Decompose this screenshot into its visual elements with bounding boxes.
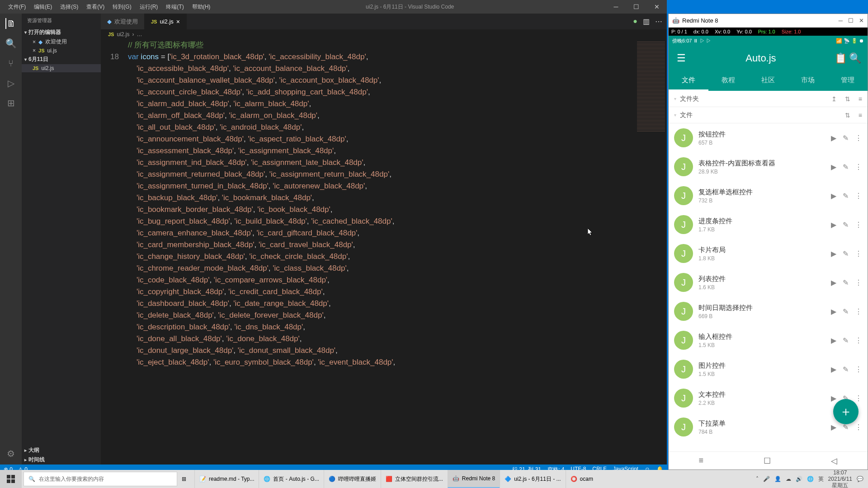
home-button[interactable]: ☐ bbox=[764, 456, 771, 466]
menu-item[interactable]: 编辑(E) bbox=[30, 1, 56, 13]
menu-item[interactable]: 运行(R) bbox=[136, 1, 162, 13]
play-icon[interactable]: ▶ bbox=[831, 163, 836, 171]
back-button[interactable]: ◁ bbox=[831, 456, 837, 466]
tray-chevron-icon[interactable]: ˄ bbox=[756, 476, 759, 482]
extensions-icon[interactable]: ⊞ bbox=[5, 98, 16, 108]
taskbar-app[interactable]: 🌐首页 - Auto.js - G... bbox=[259, 470, 323, 488]
file-item[interactable]: J列表控件1.6 KB▶✎⋮ bbox=[669, 268, 868, 297]
minimize-button[interactable]: ─ bbox=[839, 17, 843, 24]
edit-icon[interactable]: ✎ bbox=[843, 278, 849, 287]
open-editor-uijs[interactable]: ×JSui.js bbox=[22, 47, 101, 55]
menu-item[interactable]: 选择(S) bbox=[57, 1, 82, 13]
tab-ui2js[interactable]: JSui2.js× bbox=[145, 14, 187, 29]
timeline-section[interactable]: ▸时间线 bbox=[22, 455, 101, 465]
close-icon[interactable]: × bbox=[33, 39, 36, 45]
fab-add-button[interactable]: ＋ bbox=[833, 399, 859, 424]
explorer-icon[interactable]: 🗎 bbox=[5, 18, 16, 29]
minimize-button[interactable]: ─ bbox=[606, 0, 626, 14]
play-icon[interactable]: ▶ bbox=[831, 249, 836, 258]
hamburger-icon[interactable]: ☰ bbox=[674, 52, 689, 64]
play-icon[interactable]: ▶ bbox=[831, 336, 836, 345]
mic-icon[interactable]: 🎤 bbox=[763, 476, 770, 482]
sort-icon[interactable]: ⇅ bbox=[845, 95, 850, 103]
ime-icon[interactable]: 英 bbox=[818, 475, 824, 483]
menu-item[interactable]: 文件(F) bbox=[5, 1, 29, 13]
network-icon[interactable]: 🌐 bbox=[807, 476, 814, 482]
people-icon[interactable]: 👤 bbox=[774, 476, 781, 482]
edit-icon[interactable]: ✎ bbox=[843, 192, 849, 200]
taskbar-search[interactable]: 🔍 在这里输入你要搜索的内容 bbox=[24, 472, 177, 486]
more-icon[interactable]: ⋯ bbox=[655, 17, 662, 26]
sort-asc-icon[interactable]: ↥ bbox=[831, 95, 837, 103]
more-icon[interactable]: ⋮ bbox=[855, 336, 862, 345]
phone-screen[interactable]: 傍晚6:07 ⏸ ▷ ▷ 📶 📡 🔋 ⏺ ☰ Auto.js 📋 🔍 文件教程社… bbox=[669, 36, 868, 469]
play-icon[interactable]: ▶ bbox=[831, 365, 836, 374]
taskbar-app[interactable]: 🔵哔哩哔哩直播姬 bbox=[324, 470, 381, 488]
play-icon[interactable]: ▶ bbox=[831, 134, 836, 142]
code-editor[interactable]: 18 // 所有可选图标有哪些 var icons = ['ic_3d_rota… bbox=[101, 39, 667, 465]
search-icon[interactable]: 🔍 bbox=[848, 52, 862, 64]
more-icon[interactable]: ⋮ bbox=[855, 394, 862, 403]
onedrive-icon[interactable]: ☁ bbox=[786, 476, 791, 482]
file-list[interactable]: J按钮控件657 B▶✎⋮J表格控件-内置图标查看器28.9 KB▶✎⋮J复选框… bbox=[669, 123, 868, 451]
clipboard-icon[interactable]: 📋 bbox=[833, 52, 848, 64]
edit-icon[interactable]: ✎ bbox=[843, 307, 849, 316]
taskbar-app[interactable]: 🤖Redmi Note 8 bbox=[448, 470, 500, 488]
task-view-button[interactable]: ⊞ bbox=[177, 470, 191, 488]
run-icon[interactable]: ● bbox=[633, 17, 637, 26]
play-icon[interactable]: ▶ bbox=[831, 221, 836, 229]
edit-icon[interactable]: ✎ bbox=[843, 134, 849, 142]
maximize-button[interactable]: ☐ bbox=[848, 17, 854, 24]
autojs-tab[interactable]: 市场 bbox=[788, 71, 828, 91]
file-item[interactable]: J卡片布局1.8 KB▶✎⋮ bbox=[669, 239, 868, 268]
recents-button[interactable]: ≡ bbox=[699, 456, 704, 465]
close-button[interactable]: ✕ bbox=[646, 0, 667, 14]
more-icon[interactable]: ⋮ bbox=[855, 423, 862, 432]
close-icon[interactable]: × bbox=[33, 47, 36, 54]
volume-icon[interactable]: 🔊 bbox=[796, 476, 802, 482]
files-header[interactable]: ▾文件 ⇅≡ bbox=[669, 107, 868, 123]
more-icon[interactable]: ⋮ bbox=[855, 221, 862, 229]
taskbar-clock[interactable]: 18:072021/6/11星期五 bbox=[828, 469, 852, 488]
autojs-tab[interactable]: 社区 bbox=[748, 71, 788, 91]
file-item[interactable]: J表格控件-内置图标查看器28.9 KB▶✎⋮ bbox=[669, 152, 868, 181]
file-item[interactable]: J图片控件1.5 KB▶✎⋮ bbox=[669, 355, 868, 384]
code-content[interactable]: // 所有可选图标有哪些 var icons = ['ic_3d_rotatio… bbox=[128, 39, 635, 465]
more-icon[interactable]: ⋮ bbox=[855, 307, 862, 316]
close-button[interactable]: ✕ bbox=[859, 17, 864, 24]
notifications-icon[interactable]: 💬 bbox=[857, 476, 863, 482]
edit-icon[interactable]: ✎ bbox=[843, 163, 849, 171]
split-editor-icon[interactable]: ▥ bbox=[643, 17, 650, 26]
more-icon[interactable]: ⋮ bbox=[855, 163, 862, 171]
open-editor-welcome[interactable]: ×◆欢迎使用 bbox=[22, 37, 101, 47]
menu-item[interactable]: 终端(T) bbox=[162, 1, 187, 13]
taskbar-app[interactable]: 📝readme.md - Typ... bbox=[194, 470, 259, 488]
breadcrumb[interactable]: JSui2.js›… bbox=[101, 29, 667, 39]
edit-icon[interactable]: ✎ bbox=[843, 249, 849, 258]
more-icon[interactable]: ⋮ bbox=[855, 365, 862, 374]
play-icon[interactable]: ▶ bbox=[831, 278, 836, 287]
file-item[interactable]: J复选框单选框控件732 B▶✎⋮ bbox=[669, 181, 868, 210]
sort-icon[interactable]: ⇅ bbox=[845, 112, 850, 119]
more-icon[interactable]: ⋮ bbox=[855, 249, 862, 258]
autojs-tab[interactable]: 教程 bbox=[708, 71, 748, 91]
start-button[interactable] bbox=[0, 470, 22, 488]
file-item[interactable]: J进度条控件1.7 KB▶✎⋮ bbox=[669, 210, 868, 239]
more-icon[interactable]: ⋮ bbox=[855, 134, 862, 142]
play-icon[interactable]: ▶ bbox=[831, 394, 836, 403]
taskbar-app[interactable]: 🟥立体空间群控引流... bbox=[381, 470, 448, 488]
run-debug-icon[interactable]: ▷ bbox=[5, 78, 16, 89]
file-ui2js[interactable]: JSui2.js bbox=[22, 64, 101, 72]
more-icon[interactable]: ⋮ bbox=[855, 192, 862, 200]
file-item[interactable]: J时间日期选择控件669 B▶✎⋮ bbox=[669, 297, 868, 326]
play-icon[interactable]: ▶ bbox=[831, 307, 836, 316]
source-control-icon[interactable]: ⑂ bbox=[5, 58, 16, 69]
menu-item[interactable]: 帮助(H) bbox=[189, 1, 214, 13]
minimap[interactable] bbox=[635, 39, 667, 465]
tab-welcome[interactable]: ◆欢迎使用 bbox=[101, 14, 145, 29]
close-icon[interactable]: × bbox=[176, 18, 180, 25]
menu-item[interactable]: 查看(V) bbox=[83, 1, 108, 13]
file-item[interactable]: J输入框控件1.5 KB▶✎⋮ bbox=[669, 326, 868, 355]
more-icon[interactable]: ⋮ bbox=[855, 278, 862, 287]
menu-item[interactable]: 转到(G) bbox=[109, 1, 135, 13]
